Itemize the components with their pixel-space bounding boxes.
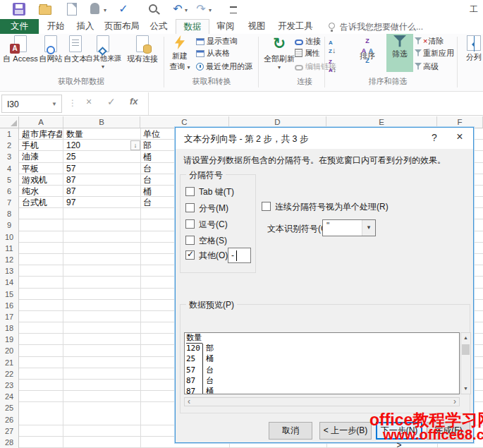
cell-a5[interactable]: 游戏机	[22, 175, 62, 186]
name-box-dropdown-icon[interactable]: ▼	[51, 95, 57, 114]
cell-a1[interactable]: 超市库存盘	[22, 129, 62, 140]
from-web-button[interactable]: 自网站	[38, 35, 63, 64]
tab-insert[interactable]: 插入	[71, 19, 100, 34]
delimiter-comma-checkbox[interactable]: 逗号(C)	[185, 219, 228, 231]
scroll-right-icon[interactable]: ›	[453, 397, 456, 406]
touch-mode-dropdown-icon[interactable]: ▾	[104, 7, 106, 13]
sort-ascending-button[interactable]: AZ↓	[329, 37, 336, 54]
cell-a2[interactable]: 手机	[22, 140, 62, 152]
close-icon[interactable]: ×	[452, 131, 467, 143]
checkbox-icon[interactable]	[185, 203, 195, 212]
finish-button[interactable]: 完成(F)	[427, 422, 470, 440]
other-delimiter-input[interactable]: -	[228, 248, 251, 263]
open-icon[interactable]	[39, 6, 51, 15]
autofill-options-button[interactable]: ↓	[130, 140, 140, 150]
delimiter-other-checkbox[interactable]: 其他(O):	[185, 250, 231, 262]
delimiter-tab-checkbox[interactable]: Tab 键(T)	[185, 187, 234, 198]
checkbox-checked-icon[interactable]	[185, 250, 195, 260]
redo-icon[interactable]: ↷	[195, 3, 207, 16]
help-icon[interactable]: ?	[427, 132, 442, 143]
refresh-all-button[interactable]: ↻ 全部刷新 ▾	[264, 35, 295, 71]
scroll-up-icon[interactable]: ▲	[461, 333, 470, 343]
undo-icon[interactable]: ↶	[171, 3, 184, 16]
preview-cell: 台	[206, 376, 214, 387]
data-preview-box[interactable]: 数量120部25桶57台87台87桶	[184, 332, 460, 394]
scrollbar-thumb[interactable]	[462, 344, 470, 355]
tab-review[interactable]: 审阅	[210, 19, 241, 34]
cell-b4[interactable]: 57	[66, 164, 139, 175]
connections-button[interactable]: 连接	[295, 36, 321, 47]
delimiter-semicolon-checkbox[interactable]: 分号(M)	[185, 203, 228, 214]
sort-button[interactable]: ZA AZ 排序	[355, 35, 379, 61]
confirm-entry-icon[interactable]: ✓	[107, 96, 116, 107]
save-icon[interactable]	[13, 3, 25, 16]
from-access-button[interactable]: A 自 Access	[3, 35, 38, 64]
cell-a3[interactable]: 油漆	[22, 152, 62, 163]
spelling-icon[interactable]: ✓	[117, 3, 130, 16]
properties-button[interactable]: 属性	[295, 48, 320, 59]
tab-home[interactable]: 开始	[41, 19, 71, 34]
formula-input[interactable]	[148, 92, 483, 115]
cancel-entry-icon[interactable]: ×	[86, 96, 92, 107]
cell-a7[interactable]: 台式机	[22, 198, 62, 209]
tab-file[interactable]: 文件	[0, 19, 39, 34]
text-qualifier-dropdown[interactable]: " ▾	[322, 219, 376, 236]
scroll-left-icon[interactable]: ‹	[188, 397, 190, 406]
tab-developer[interactable]: 开发工具	[272, 19, 319, 34]
cell-b2[interactable]: 120	[66, 140, 139, 152]
cell-b5[interactable]: 87	[66, 175, 139, 186]
cell-b7[interactable]: 97	[66, 198, 139, 209]
new-file-icon[interactable]	[67, 3, 77, 16]
advanced-filter-button[interactable]: 高级	[415, 61, 439, 72]
data-preview-label: 数据预览(P)	[186, 299, 237, 311]
redo-dropdown-icon[interactable]: ▾	[209, 7, 212, 13]
tab-page-layout[interactable]: 页面布局	[100, 19, 144, 34]
column-header-b[interactable]: B	[63, 116, 140, 128]
dialog-title-bar[interactable]: 文本分列向导 - 第 2 步，共 3 步 ? ×	[176, 128, 473, 149]
from-text-button[interactable]: 自文本	[63, 35, 87, 64]
cell-a4[interactable]: 平板	[22, 164, 62, 175]
cell-a6[interactable]: 纯水	[22, 186, 62, 198]
next-button[interactable]: 下一步(N) >	[376, 422, 422, 440]
sort-descending-button[interactable]: ZA↓	[329, 56, 336, 73]
reapply-filter-button[interactable]: 重新应用	[415, 48, 454, 59]
chevron-down-icon[interactable]: ▾	[362, 220, 375, 236]
checkbox-icon[interactable]	[185, 187, 195, 196]
existing-connections-button[interactable]: 现有连接	[126, 35, 159, 64]
quick-access-toolbar: ▾ ✓ ↶ ▾ ↷ ▾ 工	[0, 0, 483, 19]
touch-mode-icon[interactable]	[90, 3, 99, 14]
tab-view[interactable]: 视图	[243, 19, 271, 34]
text-to-columns-button[interactable]: 分列	[462, 35, 483, 63]
checkbox-icon[interactable]	[185, 236, 195, 245]
show-queries-button[interactable]: 显示查询	[196, 36, 238, 47]
tell-me-box[interactable]: 告诉我您想要做什么...	[340, 21, 423, 33]
preview-column-divider[interactable]	[202, 344, 203, 394]
checkbox-icon[interactable]	[262, 202, 271, 211]
filter-button[interactable]: 筛选	[386, 35, 413, 59]
preview-horizontal-scrollbar[interactable]: ‹ ›	[184, 397, 460, 406]
tab-data[interactable]: 数据	[176, 19, 209, 34]
recent-sources-button[interactable]: 最近使用的源	[196, 61, 252, 72]
from-table-button[interactable]: 从表格	[196, 48, 230, 59]
consecutive-delimiters-checkbox[interactable]: 连续分隔符号视为单个处理(R)	[262, 202, 389, 213]
cell-b6[interactable]: 87	[66, 186, 139, 198]
undo-dropdown-icon[interactable]: ▾	[185, 7, 188, 13]
cell-b1[interactable]: 数量	[66, 129, 139, 140]
clear-filter-button[interactable]: ×清除	[415, 36, 444, 47]
new-query-button[interactable]: 新建 查询 ▾	[166, 35, 193, 72]
insert-function-icon[interactable]: fx	[130, 96, 138, 107]
cancel-button[interactable]: 取消	[269, 422, 312, 440]
scroll-down-icon[interactable]: ▼	[461, 384, 470, 394]
tab-formulas[interactable]: 公式	[144, 19, 173, 34]
cell-b3[interactable]: 25	[66, 152, 139, 163]
name-box[interactable]: I30▼	[1, 95, 62, 113]
customize-quick-access-icon[interactable]	[230, 6, 237, 13]
checkbox-icon[interactable]	[185, 219, 195, 229]
delimiter-space-checkbox[interactable]: 空格(S)	[185, 236, 227, 247]
print-preview-icon[interactable]	[149, 4, 157, 13]
back-button[interactable]: < 上一步(B)	[319, 422, 372, 440]
from-other-sources-button[interactable]: 自其他来源 ▾	[86, 35, 120, 70]
dropdown-arrow-icon: ▾	[86, 63, 120, 70]
preview-vertical-scrollbar[interactable]: ▲ ▼	[460, 332, 471, 394]
column-header-a[interactable]: A	[19, 116, 63, 128]
